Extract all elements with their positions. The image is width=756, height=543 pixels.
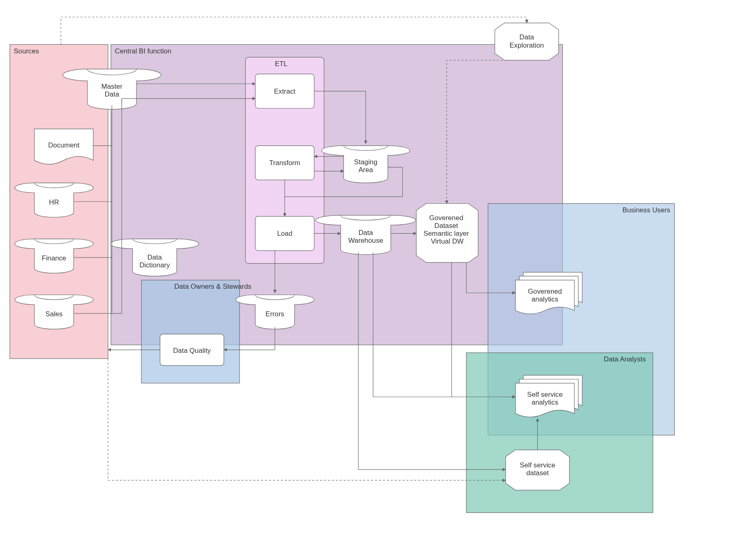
svg-text:Finance: Finance — [42, 254, 66, 262]
node-transform: Transform — [255, 146, 314, 180]
svg-text:Data Owners & Stewards: Data Owners & Stewards — [174, 283, 251, 290]
region-data-owners: Data Owners & Stewards — [141, 280, 251, 383]
node-extract: Extract — [255, 74, 314, 108]
node-data-quality: Data Quality — [160, 334, 224, 365]
svg-text:Data Quality: Data Quality — [173, 347, 211, 354]
svg-text:Goverenedanalytics: Goverenedanalytics — [528, 288, 562, 303]
svg-text:Central BI function: Central BI function — [115, 47, 172, 55]
svg-text:Errors: Errors — [265, 310, 284, 318]
svg-text:Transform: Transform — [269, 159, 300, 167]
svg-text:Load: Load — [277, 230, 292, 237]
edge-sources-to-exploration — [61, 17, 527, 44]
node-load: Load — [255, 216, 314, 251]
svg-text:Data Analysts: Data Analysts — [604, 355, 646, 363]
svg-text:Business Users: Business Users — [622, 206, 670, 214]
svg-text:Sources: Sources — [14, 47, 39, 55]
svg-text:Sales: Sales — [46, 310, 63, 318]
svg-text:ETL: ETL — [275, 60, 288, 68]
svg-text:Extract: Extract — [274, 87, 295, 95]
svg-text:HR: HR — [49, 198, 59, 206]
svg-rect-6 — [141, 280, 240, 383]
diagram-canvas: Sources Central BI function ETL Data Own… — [0, 0, 756, 543]
svg-text:Self serviceanalytics: Self serviceanalytics — [527, 391, 562, 406]
svg-text:Document: Document — [48, 141, 80, 149]
